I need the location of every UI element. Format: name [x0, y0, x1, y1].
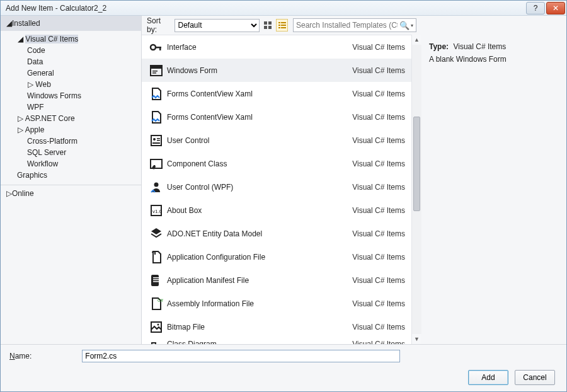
tree-node-windows-forms[interactable]: Windows Forms — [6, 90, 141, 101]
template-icon — [146, 180, 167, 195]
template-icon — [146, 250, 167, 265]
template-name: User Control — [167, 136, 342, 145]
svg-rect-22 — [151, 159, 162, 168]
svg-rect-5 — [281, 22, 286, 23]
svg-rect-7 — [281, 25, 286, 26]
chevron-right-icon: ▷ — [6, 189, 12, 198]
template-category: Visual C# Items — [342, 89, 405, 98]
template-name: About Box — [167, 206, 342, 215]
scrollbar[interactable]: ▲ ▼ — [411, 35, 421, 344]
name-label: Name: — [9, 352, 32, 360]
svg-text:v1.0: v1.0 — [152, 209, 163, 214]
svg-point-10 — [151, 45, 156, 50]
installed-group-header[interactable]: ◢ Installed — [1, 16, 141, 31]
svg-rect-29 — [153, 279, 159, 280]
template-row[interactable]: User Control (WPF)Visual C# Items — [142, 175, 411, 199]
scroll-down-button[interactable]: ▼ — [412, 334, 421, 344]
template-name: ADO.NET Entity Data Model — [167, 229, 342, 238]
details-pane: Type: Visual C# Items A blank Windows Fo… — [421, 16, 566, 344]
titlebar: Add New Item - Calculator2_2 ? ✕ — [1, 1, 566, 16]
search-box[interactable]: 🔍 ▾ — [293, 18, 416, 32]
view-list-button[interactable] — [276, 19, 288, 32]
installed-tree: ◢ Visual C# Items Code Data General ▷ We… — [1, 31, 141, 185]
name-input[interactable] — [82, 350, 400, 362]
tree-node-graphics[interactable]: Graphics — [6, 170, 141, 181]
template-name: Class Diagram — [167, 340, 342, 344]
svg-rect-9 — [281, 27, 286, 28]
template-name: Bitmap File — [167, 323, 342, 331]
template-icon — [146, 273, 167, 288]
template-name: Assembly Information File — [167, 299, 342, 308]
tree-node-data[interactable]: Data — [6, 56, 141, 67]
template-row[interactable]: Forms ContentView XamlVisual C# Items — [142, 82, 411, 105]
template-row[interactable]: Forms ContentView XamlVisual C# Items — [142, 105, 411, 129]
svg-rect-3 — [268, 26, 272, 29]
template-row[interactable]: Bitmap FileVisual C# Items — [142, 315, 411, 338]
tree-label: Apple — [25, 125, 45, 134]
template-category: Visual C# Items — [342, 229, 405, 238]
chevron-down-icon[interactable]: ▾ — [411, 23, 413, 28]
template-row[interactable]: ADO.NET Entity Data ModelVisual C# Items — [142, 222, 411, 245]
tree-node-sql-server[interactable]: SQL Server — [6, 147, 141, 158]
tree-label: Visual C# Items — [25, 35, 78, 43]
template-category: Visual C# Items — [342, 66, 405, 75]
type-label: Type: — [429, 42, 449, 51]
search-icon[interactable]: 🔍 — [399, 21, 410, 30]
help-button[interactable]: ? — [526, 2, 545, 14]
tree-node-code[interactable]: Code — [6, 45, 141, 56]
tree-node-workflow[interactable]: Workflow — [6, 158, 141, 170]
template-icon — [146, 63, 167, 78]
template-row[interactable]: User ControlVisual C# Items — [142, 129, 411, 152]
tree-node-wpf[interactable]: WPF — [6, 101, 141, 113]
content-area: ◢ Installed ◢ Visual C# Items Code Data … — [1, 16, 566, 391]
template-row[interactable]: Application Manifest FileVisual C# Items — [142, 268, 411, 292]
template-name: Application Configuration File — [167, 253, 342, 262]
add-button[interactable]: Add — [468, 370, 508, 385]
svg-rect-19 — [157, 138, 160, 139]
sort-by-select[interactable]: Default — [175, 19, 259, 32]
tree-node-apple[interactable]: ▷ Apple — [6, 124, 141, 135]
list-icon — [278, 21, 287, 30]
template-icon — [146, 320, 167, 335]
template-icon — [146, 340, 167, 344]
tree-label: ASP.NET Core — [25, 114, 75, 123]
template-name: Forms ContentView Xaml — [167, 113, 342, 122]
cancel-button[interactable]: Cancel — [515, 370, 555, 385]
template-row[interactable]: Windows FormVisual C# Items — [142, 59, 411, 82]
online-label: Online — [12, 189, 34, 198]
template-category: Visual C# Items — [342, 253, 405, 262]
svg-rect-4 — [278, 22, 280, 23]
template-row[interactable]: InterfaceVisual C# Items — [142, 35, 411, 59]
search-input[interactable] — [296, 21, 398, 30]
svg-point-24 — [154, 182, 159, 187]
view-tiles-button[interactable] — [262, 19, 274, 32]
tree-node-web[interactable]: ▷ Web — [6, 79, 141, 90]
template-icon — [146, 40, 167, 55]
template-list[interactable]: InterfaceVisual C# ItemsWindows FormVisu… — [142, 35, 411, 344]
category-sidebar: ◢ Installed ◢ Visual C# Items Code Data … — [1, 16, 142, 344]
template-row[interactable]: Class DiagramVisual C# Items — [142, 338, 411, 344]
close-button[interactable]: ✕ — [546, 2, 565, 14]
description-text: A blank Windows Form — [429, 55, 559, 64]
template-category: Visual C# Items — [342, 340, 405, 344]
template-name: Forms ContentView Xaml — [167, 89, 342, 98]
scroll-thumb[interactable] — [413, 117, 420, 211]
svg-point-33 — [158, 323, 159, 325]
svg-point-18 — [153, 138, 156, 141]
tree-node-aspnet-core[interactable]: ▷ ASP.NET Core — [6, 113, 141, 124]
svg-rect-21 — [152, 142, 160, 144]
chevron-right-icon: ▷ — [17, 125, 23, 134]
template-row[interactable]: Component ClassVisual C# Items — [142, 152, 411, 175]
tree-node-csharp-items[interactable]: ◢ Visual C# Items — [6, 33, 141, 45]
scroll-up-button[interactable]: ▲ — [412, 35, 421, 45]
template-row[interactable]: Application Configuration FileVisual C# … — [142, 245, 411, 268]
tree-label: Web — [35, 80, 50, 89]
online-group-header[interactable]: ▷ Online — [1, 185, 141, 202]
template-row[interactable]: C#Assembly Information FileVisual C# Ite… — [142, 292, 411, 315]
svg-rect-16 — [152, 72, 156, 74]
tree-node-cross-platform[interactable]: Cross-Platform — [6, 135, 141, 147]
chevron-right-icon: ▷ — [17, 114, 23, 123]
tree-node-general[interactable]: General — [6, 67, 141, 79]
template-row[interactable]: v1.0About BoxVisual C# Items — [142, 199, 411, 222]
svg-rect-12 — [159, 47, 161, 50]
